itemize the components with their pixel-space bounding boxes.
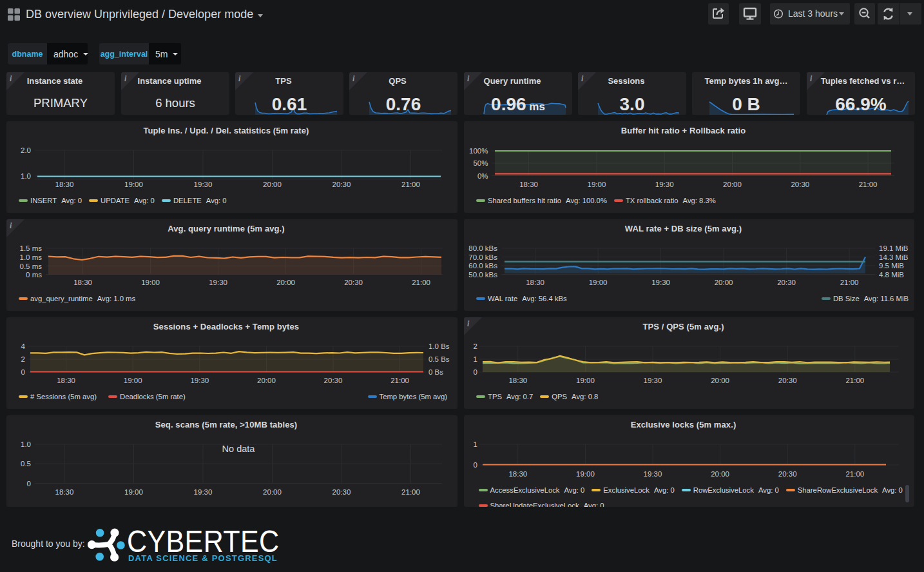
svg-text:21:00: 21:00 — [840, 279, 859, 286]
svg-text:19:30: 19:30 — [194, 181, 213, 188]
svg-text:21:00: 21:00 — [412, 279, 430, 286]
svg-text:20:00: 20:00 — [715, 279, 733, 286]
svg-text:50%: 50% — [473, 159, 488, 167]
svg-text:60.0 kBs: 60.0 kBs — [468, 262, 497, 270]
svg-text:19:00: 19:00 — [124, 488, 143, 496]
svg-text:18:30: 18:30 — [519, 181, 538, 188]
svg-text:20:30: 20:30 — [332, 488, 351, 496]
svg-text:0: 0 — [27, 480, 31, 488]
svg-text:19:00: 19:00 — [124, 377, 142, 384]
svg-text:19:30: 19:30 — [651, 279, 670, 286]
svg-text:19:00: 19:00 — [589, 279, 608, 286]
svg-text:No data: No data — [222, 444, 256, 454]
svg-text:21:00: 21:00 — [390, 377, 409, 384]
svg-text:1.0 ms: 1.0 ms — [19, 253, 42, 261]
svg-text:20:30: 20:30 — [778, 377, 797, 384]
svg-text:0 Bs: 0 Bs — [428, 368, 443, 376]
svg-text:19:30: 19:30 — [644, 470, 662, 478]
svg-text:18:30: 18:30 — [508, 377, 527, 384]
svg-text:0: 0 — [21, 368, 25, 376]
svg-text:19:30: 19:30 — [209, 279, 227, 286]
svg-text:21:00: 21:00 — [859, 181, 878, 188]
svg-text:4: 4 — [21, 342, 26, 350]
svg-text:20:30: 20:30 — [778, 470, 797, 478]
svg-text:20:30: 20:30 — [344, 279, 363, 286]
svg-text:19:30: 19:30 — [655, 181, 674, 188]
svg-text:70.0 kBs: 70.0 kBs — [468, 253, 497, 261]
svg-text:18:30: 18:30 — [508, 470, 527, 478]
svg-text:20:00: 20:00 — [711, 470, 729, 478]
svg-text:0: 0 — [474, 368, 477, 376]
svg-text:4.8 MiB: 4.8 MiB — [879, 271, 904, 279]
svg-text:20:00: 20:00 — [257, 377, 276, 384]
svg-text:19:00: 19:00 — [141, 279, 160, 286]
svg-text:1.5 ms: 1.5 ms — [19, 244, 42, 252]
svg-text:21:00: 21:00 — [401, 488, 420, 496]
svg-text:18:30: 18:30 — [526, 279, 544, 286]
svg-text:21:00: 21:00 — [401, 181, 420, 188]
svg-text:21:00: 21:00 — [845, 470, 864, 478]
svg-text:0.5: 0.5 — [21, 460, 31, 468]
svg-text:18:30: 18:30 — [73, 279, 92, 286]
svg-text:20:00: 20:00 — [711, 377, 729, 384]
svg-text:19:30: 19:30 — [644, 377, 662, 384]
svg-text:100%: 100% — [469, 147, 488, 155]
svg-text:19:30: 19:30 — [194, 488, 213, 496]
svg-text:19:00: 19:00 — [124, 181, 143, 188]
svg-text:19.1 MiB: 19.1 MiB — [879, 244, 909, 252]
svg-text:19:00: 19:00 — [576, 377, 595, 384]
svg-text:1.0 Bs: 1.0 Bs — [428, 342, 450, 350]
svg-text:2: 2 — [474, 342, 477, 350]
svg-text:20:30: 20:30 — [324, 377, 343, 384]
svg-text:20:30: 20:30 — [791, 181, 809, 188]
svg-text:19:30: 19:30 — [190, 377, 209, 384]
svg-text:0%: 0% — [477, 172, 488, 180]
svg-text:20:00: 20:00 — [263, 488, 282, 496]
svg-text:0.5 Bs: 0.5 Bs — [428, 355, 450, 363]
svg-text:14.3 MiB: 14.3 MiB — [879, 253, 909, 261]
svg-text:20:00: 20:00 — [723, 181, 742, 188]
svg-text:1.0: 1.0 — [21, 440, 31, 448]
svg-text:2.0: 2.0 — [21, 146, 31, 154]
svg-text:20:30: 20:30 — [777, 279, 796, 286]
svg-text:20:30: 20:30 — [332, 181, 351, 188]
svg-text:18:30: 18:30 — [57, 377, 75, 384]
svg-text:18:30: 18:30 — [55, 488, 74, 496]
svg-text:50.0 kBs: 50.0 kBs — [468, 271, 497, 279]
svg-text:0.5 ms: 0.5 ms — [19, 262, 42, 270]
svg-text:1: 1 — [474, 355, 477, 363]
svg-text:9.5 MiB: 9.5 MiB — [879, 262, 904, 270]
svg-text:1.0: 1.0 — [21, 172, 31, 180]
svg-text:20:00: 20:00 — [276, 279, 295, 286]
svg-text:19:00: 19:00 — [588, 181, 606, 188]
svg-text:1: 1 — [474, 440, 477, 448]
svg-text:18:30: 18:30 — [55, 181, 74, 188]
svg-text:2: 2 — [21, 355, 25, 363]
svg-text:21:00: 21:00 — [845, 377, 864, 384]
svg-text:0 ms: 0 ms — [26, 271, 42, 279]
svg-text:20:00: 20:00 — [263, 181, 282, 188]
svg-text:0: 0 — [474, 461, 477, 469]
svg-text:19:00: 19:00 — [576, 470, 595, 478]
svg-text:80.0 kBs: 80.0 kBs — [468, 244, 497, 252]
